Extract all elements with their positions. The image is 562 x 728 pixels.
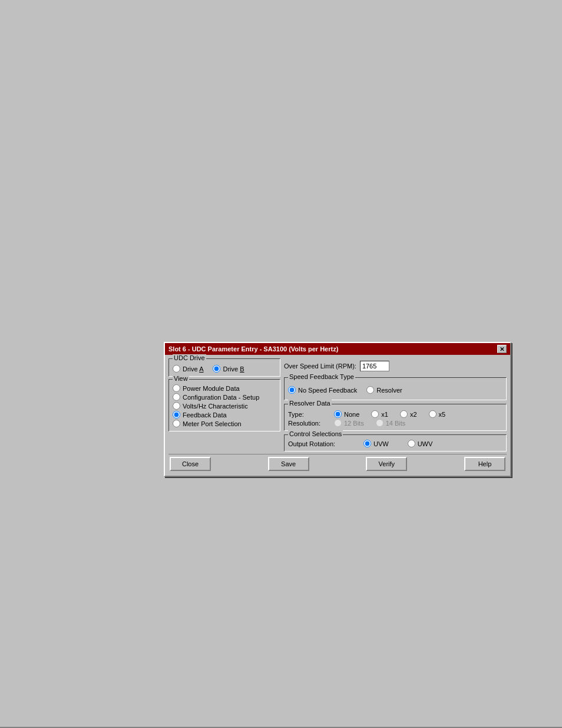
view-options: Power Module Data Configuration Data - S… (173, 384, 276, 427)
uwv-option[interactable]: UWV (408, 440, 433, 447)
over-speed-row: Over Speed Limit (RPM): (284, 358, 507, 374)
resolution-12bit-option: 12 Bits (334, 419, 364, 427)
left-panel: UDC Drive Drive A Drive B View (168, 358, 280, 452)
power-module-label: Power Module Data (183, 385, 240, 392)
uvw-option[interactable]: UVW (363, 440, 389, 447)
close-button[interactable]: Close (170, 457, 211, 471)
meter-port-label: Meter Port Selection (183, 420, 242, 427)
drive-b-option[interactable]: Drive B (213, 365, 244, 373)
resolution-label: Resolution: (288, 420, 329, 427)
right-panel: Over Speed Limit (RPM): Speed Feedback T… (284, 358, 507, 452)
drive-b-radio[interactable] (213, 365, 220, 373)
save-button[interactable]: Save (268, 457, 309, 471)
meter-port-radio[interactable] (173, 420, 180, 427)
over-speed-label: Over Speed Limit (RPM): (284, 363, 356, 370)
dialog-body: UDC Drive Drive A Drive B View (165, 355, 510, 476)
type-none-label: None (344, 411, 359, 418)
speed-feedback-group: Speed Feedback Type No Speed Feedback Re… (284, 377, 507, 400)
view-volts-hz[interactable]: Volts/Hz Characteristic (173, 402, 276, 410)
type-x2-option[interactable]: x2 (400, 410, 417, 418)
resolver-data-group: Resolver Data Type: None x1 (284, 404, 507, 431)
uwv-radio[interactable] (408, 440, 415, 447)
type-x1-option[interactable]: x1 (371, 410, 388, 418)
udc-drive-options: Drive A Drive B (173, 365, 276, 373)
drive-a-radio[interactable] (173, 365, 180, 373)
type-label: Type: (288, 411, 329, 418)
feedback-data-label: Feedback Data (183, 411, 227, 419)
resolver-feedback-option[interactable]: Resolver (366, 386, 402, 394)
udc-drive-group: UDC Drive Drive A Drive B (168, 358, 280, 377)
output-rotation-row: Output Rotation: UVW UWV (288, 440, 503, 447)
drive-a-option[interactable]: Drive A (173, 365, 203, 373)
resolver-data-legend: Resolver Data (288, 400, 332, 407)
speed-feedback-options: No Speed Feedback Resolver (288, 384, 503, 396)
type-x2-radio[interactable] (400, 410, 408, 418)
uvw-radio[interactable] (363, 440, 371, 447)
uwv-label: UWV (418, 440, 433, 447)
no-speed-feedback-radio[interactable] (288, 386, 296, 394)
view-legend: View (173, 375, 189, 382)
udc-drive-legend: UDC Drive (173, 354, 206, 361)
type-x2-label: x2 (410, 411, 417, 418)
resolution-12bit-label: 12 Bits (344, 420, 364, 427)
resolution-14bit-option: 14 Bits (376, 419, 406, 427)
title-bar: Slot 6 - UDC Parameter Entry - SA3100 (V… (165, 343, 510, 355)
control-selections-group: Control Selections Output Rotation: UVW … (284, 434, 507, 452)
power-module-radio[interactable] (173, 384, 180, 392)
volts-hz-label: Volts/Hz Characteristic (183, 403, 248, 410)
verify-button[interactable]: Verify (366, 457, 407, 471)
type-none-option[interactable]: None (334, 410, 359, 418)
dialog-title: Slot 6 - UDC Parameter Entry - SA3100 (V… (168, 345, 338, 353)
type-none-radio[interactable] (334, 410, 342, 418)
speed-feedback-legend: Speed Feedback Type (288, 373, 355, 380)
view-power-module[interactable]: Power Module Data (173, 384, 276, 392)
resolution-14bit-radio (376, 419, 384, 427)
type-x5-option[interactable]: x5 (429, 410, 446, 418)
resolver-type-row: Type: None x1 x2 (288, 410, 503, 418)
feedback-data-radio[interactable] (173, 411, 180, 419)
drive-a-label: Drive A (183, 365, 203, 373)
dialog-main: UDC Drive Drive A Drive B View (168, 358, 507, 452)
view-meter-port[interactable]: Meter Port Selection (173, 420, 276, 427)
resolver-feedback-label: Resolver (376, 387, 402, 394)
uvw-label: UVW (373, 440, 389, 447)
drive-b-label: Drive B (223, 365, 244, 373)
no-speed-feedback-label: No Speed Feedback (298, 387, 357, 394)
view-feedback-data[interactable]: Feedback Data (173, 411, 276, 419)
view-group: View Power Module Data Configuration Dat… (168, 379, 280, 431)
config-data-radio[interactable] (173, 393, 180, 401)
type-x5-label: x5 (439, 411, 446, 418)
volts-hz-radio[interactable] (173, 402, 180, 410)
type-x1-label: x1 (381, 411, 388, 418)
view-config-data[interactable]: Configuration Data - Setup (173, 393, 276, 401)
over-speed-input[interactable] (360, 361, 389, 371)
resolver-content: Type: None x1 x2 (288, 410, 503, 427)
type-x5-radio[interactable] (429, 410, 437, 418)
resolver-feedback-radio[interactable] (366, 386, 374, 394)
type-x1-radio[interactable] (371, 410, 379, 418)
button-row: Close Save Verify Help (168, 454, 507, 472)
resolution-14bit-label: 14 Bits (386, 420, 406, 427)
config-data-label: Configuration Data - Setup (183, 394, 259, 401)
main-dialog: Slot 6 - UDC Parameter Entry - SA3100 (V… (164, 342, 511, 477)
resolver-resolution-row: Resolution: 12 Bits 14 Bits (288, 419, 503, 427)
no-speed-feedback-option[interactable]: No Speed Feedback (288, 386, 357, 394)
help-button[interactable]: Help (464, 457, 505, 471)
close-icon[interactable]: ✕ (497, 345, 507, 353)
output-rotation-label: Output Rotation: (288, 440, 347, 447)
control-selections-legend: Control Selections (288, 430, 343, 437)
resolution-12bit-radio (334, 419, 342, 427)
